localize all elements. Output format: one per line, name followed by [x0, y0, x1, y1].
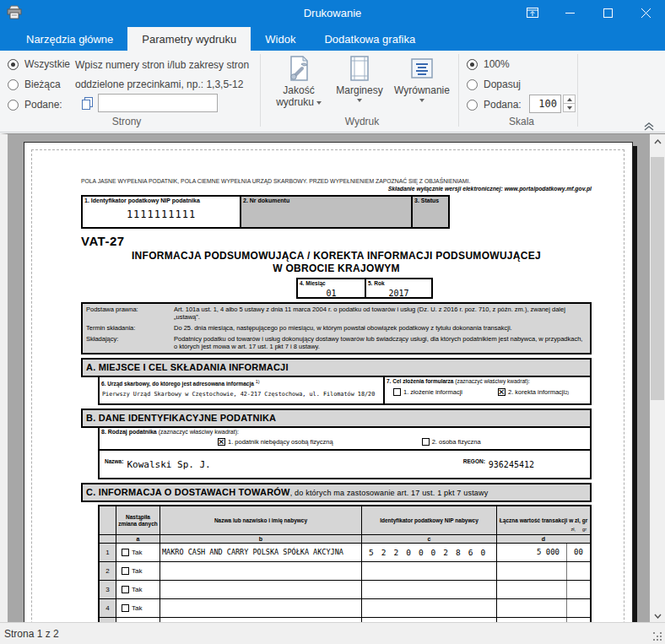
section-b-header: B. DANE IDENTYFIKACYJNE PODATNIKA — [81, 409, 592, 428]
tab-parametry-wydruku[interactable]: Parametry wydruku — [127, 27, 251, 51]
ribbon: Wszystkie Bieżąca Podane: Wpisz numery s… — [0, 51, 665, 133]
letter-cell: c — [362, 535, 497, 543]
close-icon[interactable] — [627, 0, 665, 25]
pages-hint-line1: Wpisz numery stron i/lub zakresy stron — [75, 59, 249, 71]
buyer-nip-cell — [362, 581, 497, 598]
buyer-nip-cell — [362, 599, 497, 617]
amount-gr — [566, 599, 590, 617]
radio-100-percent[interactable]: 100% — [467, 57, 510, 72]
legal-label: Składający: — [86, 335, 174, 350]
button-label: Wyrównanie — [394, 84, 450, 96]
pages-range-input[interactable] — [98, 94, 218, 112]
section-c-header: C. INFORMACJA O DOSTAWACH TOWARÓW, do kt… — [81, 483, 592, 502]
titlebar: Drukowanie — [0, 0, 665, 25]
checkbox-square — [122, 549, 129, 556]
checkbox-square — [422, 438, 430, 446]
form-top-note: POLA JASNE WYPEŁNIA PODATNIK, POLA CIEMN… — [81, 178, 592, 186]
chevron-down-icon — [654, 614, 662, 619]
tab-narzedzia-glowne[interactable]: Narzędzia główne — [12, 27, 127, 51]
fullscreen-toggle-icon[interactable] — [513, 0, 551, 25]
doc-number-label: 2. Nr dokumentu — [241, 197, 411, 205]
row-number: 1 — [100, 544, 116, 561]
form-title-line1: INFORMACJA PODSUMOWUJĄCA / KOREKTA INFOR… — [81, 250, 592, 262]
maximize-icon[interactable] — [589, 0, 627, 25]
group-separator — [577, 54, 578, 127]
checkbox-square — [122, 604, 129, 612]
legal-label: Podstawa prawna: — [86, 306, 174, 321]
nip-value: 1111111111 — [83, 208, 240, 220]
scale-value-input[interactable]: 100 — [529, 95, 561, 113]
scrollbar-thumb[interactable] — [651, 157, 664, 400]
chevron-up-icon — [654, 139, 662, 144]
scroll-up-button[interactable] — [650, 134, 665, 149]
form-title-line2: W OBROCIE KRAJOWYM — [81, 262, 592, 275]
header-buyer-name: Nazwa lub nazwisko i imię nabywcy — [160, 506, 362, 534]
radio-circle — [8, 100, 19, 111]
year-label: 5. Rok — [366, 279, 431, 288]
header-amount-units: zł,gr — [565, 526, 587, 533]
tab-dodatkowa-grafika[interactable]: Dodatkowa grafika — [310, 27, 430, 51]
collapse-ribbon-button[interactable] — [641, 120, 657, 130]
tak-label: Tak — [132, 567, 142, 575]
checkbox-square — [393, 388, 401, 396]
radio-dopasuj[interactable]: Dopasuj — [467, 77, 521, 92]
group-separator — [458, 54, 459, 127]
footnote-sup: 2) — [565, 390, 569, 395]
amount-zl — [497, 599, 566, 617]
label-text: 8. Rodzaj podatnika — [101, 429, 157, 435]
radio-biezaca[interactable]: Bieżąca — [8, 77, 61, 92]
tab-widok[interactable]: Widok — [251, 27, 310, 51]
checkbox-label: 1. złożenie informacji — [403, 388, 462, 396]
nip-box-label: 1. Identyfikator podatkowy NIP podatnika — [83, 197, 240, 205]
section-a-boxes: 6. Urząd skarbowy, do którego jest adres… — [98, 377, 592, 405]
scroll-down-button[interactable] — [650, 609, 665, 622]
month-label: 4. Miesiąc — [298, 279, 365, 288]
deliveries-table: Nastąpiła zmiana danych Nazwa lub nazwis… — [98, 505, 592, 622]
header-amount-text: Łączna wartość transakcji w zł, gr — [498, 517, 589, 524]
letter-cell: b — [160, 535, 362, 543]
legal-text: Podatnicy podatku od towarów i usług dok… — [174, 335, 587, 350]
group-label-strony: Strony — [0, 116, 253, 127]
header-row-number — [100, 506, 116, 534]
table-letters-row: a b c d — [100, 535, 590, 544]
row-number: 4 — [100, 599, 116, 617]
chevron-up-icon — [641, 122, 657, 132]
buyer-name-cell — [160, 581, 362, 598]
tab-label: Narzędzia główne — [26, 33, 113, 46]
margins-button[interactable]: Marginesy — [331, 53, 388, 114]
print-quality-button[interactable]: Jakość wydruku — [268, 53, 329, 114]
page-indicator: Strona 1 z 2 — [4, 628, 59, 640]
purpose-label: 7. Cel złożenia formularza (zaznaczyć wł… — [385, 377, 590, 386]
label-hint: (zaznaczyć właściwy kwadrat): — [455, 378, 530, 384]
alignment-button[interactable]: Wyrównanie — [390, 53, 454, 114]
regon-wrap: REGON: 936245412 — [463, 460, 585, 469]
letter-cell: a — [116, 535, 160, 543]
month-box: 4. Miesiąc 01 — [298, 279, 365, 297]
tax-office-value: Pierwszy Urząd Skarbowy w Częstochowie, … — [100, 388, 383, 398]
spinner-down-button[interactable] — [563, 103, 576, 112]
resize-grip[interactable] — [653, 632, 662, 641]
vertical-scrollbar[interactable] — [650, 134, 665, 622]
name-label: Nazwa: — [105, 458, 123, 464]
minimize-icon[interactable] — [551, 0, 589, 25]
radio-circle — [467, 59, 478, 70]
document-page: POLA JASNE WYPEŁNIA PODATNIK, POLA CIEMN… — [24, 142, 633, 622]
taxpayer-type-label: 8. Rodzaj podatnika (zaznaczyć właściwy … — [100, 428, 590, 436]
doc-number-box: 2. Nr dokumentu — [241, 197, 413, 227]
section-a-header: A. MIEJSCE I CEL SKŁADANIA INFORMACJI — [81, 358, 592, 377]
month-year-row: 4. Miesiąc 01 5. Rok 2017 — [296, 278, 433, 299]
checkbox-square — [122, 586, 129, 593]
margins-icon — [346, 55, 373, 82]
changed-cell: Tak — [116, 599, 160, 617]
table-row: 2 Tak — [100, 562, 590, 581]
radio-label: Wszystkie — [24, 58, 70, 70]
radio-podane[interactable]: Podane: — [8, 97, 62, 112]
radio-label: Bieżąca — [24, 78, 61, 90]
radio-podana[interactable]: Podana: — [467, 97, 522, 112]
table-row: 4 Tak — [100, 599, 590, 618]
button-label: Jakość wydruku — [276, 84, 315, 108]
amount-cell — [497, 581, 590, 598]
up-arrow-icon — [567, 98, 572, 101]
name-regon-row: Nazwa: Kowalski Sp. J. REGON: 936245412 — [98, 451, 592, 479]
radio-wszystkie[interactable]: Wszystkie — [8, 57, 70, 72]
